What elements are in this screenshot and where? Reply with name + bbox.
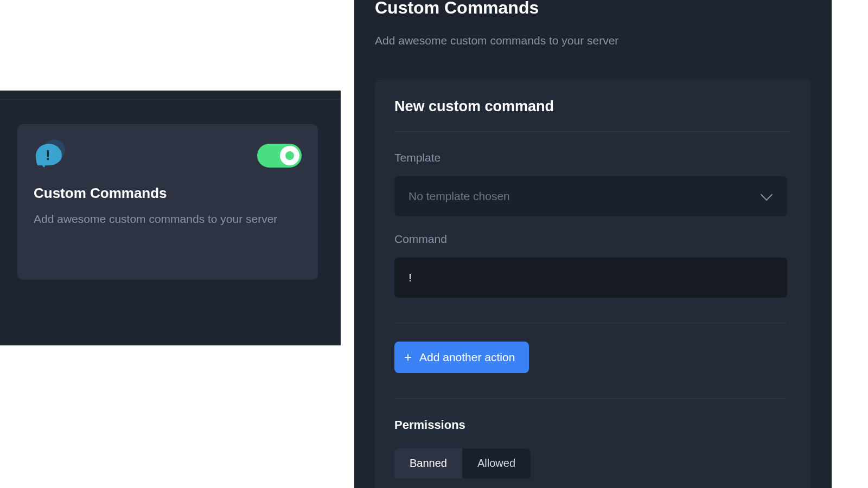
- chevron-down-icon: [761, 189, 773, 201]
- add-action-label: Add another action: [419, 351, 515, 364]
- card-subtitle: Add awesome custom commands to your serv…: [34, 209, 302, 229]
- tab-banned[interactable]: Banned: [394, 448, 462, 478]
- plus-icon: +: [404, 351, 412, 364]
- divider: [394, 323, 787, 323]
- divider: [394, 398, 787, 399]
- divider: [394, 131, 792, 132]
- command-label: Command: [394, 233, 792, 246]
- permissions-tabs: Banned Allowed: [394, 448, 531, 478]
- template-label: Template: [394, 151, 792, 164]
- command-input[interactable]: [394, 258, 787, 298]
- form-title: New custom command: [394, 98, 792, 115]
- template-placeholder: No template chosen: [409, 190, 510, 203]
- template-select[interactable]: No template chosen: [394, 176, 787, 216]
- permissions-title: Permissions: [394, 418, 792, 432]
- custom-commands-card[interactable]: ! Custom Commands Add awesome custom com…: [17, 124, 318, 280]
- enable-toggle[interactable]: [257, 144, 302, 168]
- right-config-panel: Custom Commands Add awesome custom comma…: [354, 0, 832, 488]
- left-dark-panel: ! Custom Commands Add awesome custom com…: [0, 91, 341, 345]
- chat-exclamation-icon: !: [34, 139, 68, 170]
- tab-allowed[interactable]: Allowed: [462, 448, 531, 478]
- add-another-action-button[interactable]: + Add another action: [394, 342, 529, 373]
- form-container: New custom command Template No template …: [375, 80, 811, 488]
- page-subtitle: Add awesome custom commands to your serv…: [375, 34, 811, 47]
- page-title: Custom Commands: [375, 0, 811, 18]
- card-title: Custom Commands: [34, 185, 302, 202]
